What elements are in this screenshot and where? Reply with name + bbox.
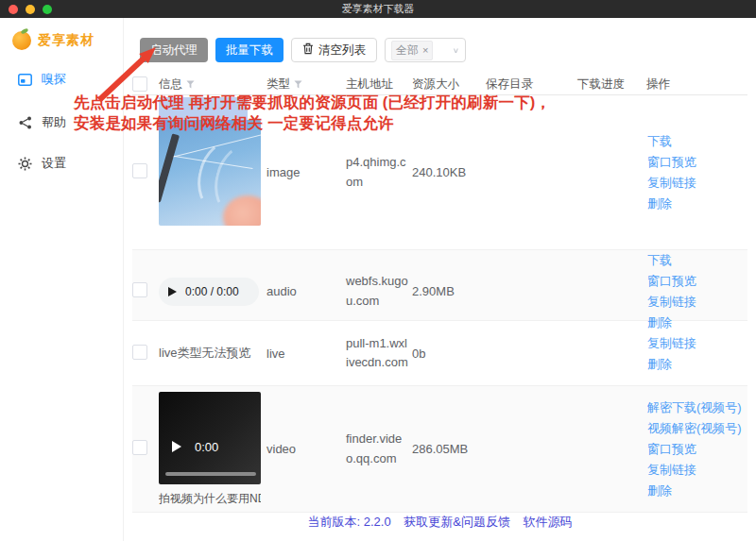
resource-table: 信息 类型 主机地址 资源大小 保存目录 下载进度 操作 (132, 74, 747, 513)
trash-icon (302, 42, 314, 58)
copy-link-link[interactable]: 复制链接 (647, 292, 747, 312)
app-brand: 爱享素材 (12, 31, 94, 50)
cell-host: webfs.kugou.com (346, 272, 412, 310)
table-row: 0:00 拍视频为什么要用ND滤 video finder.video.qq.c… (132, 386, 747, 513)
copy-link-link[interactable]: 复制链接 (647, 333, 747, 353)
cell-type: audio (266, 284, 346, 298)
type-filter-select[interactable]: 全部 × ∨ (385, 38, 466, 62)
sidebar-item-help[interactable]: 帮助 (18, 114, 66, 131)
delete-link[interactable]: 删除 (647, 481, 747, 500)
sniffer-icon (18, 73, 32, 87)
window-preview-link[interactable]: 窗口预览 (647, 152, 747, 172)
delete-link[interactable]: 删除 (647, 354, 747, 374)
cell-actions: 下载 窗口预览 复制链接 删除 (646, 250, 747, 332)
annotation-line2: 安装是如果有询问网络相关 一定要记得点允许 (74, 113, 394, 134)
footer: 当前版本: 2.2.0 获取更新&问题反馈 软件源码 (124, 514, 756, 531)
cell-actions: 复制链接 删除 (646, 333, 747, 374)
filter-funnel-icon[interactable] (294, 80, 302, 89)
cell-host: p4.qhimg.com (346, 153, 412, 191)
row-checkbox[interactable] (132, 163, 147, 178)
cell-actions: 解密下载(视频号) 视频解密(视频号) 窗口预览 复制链接 删除 (646, 397, 747, 500)
clear-list-label: 清空列表 (318, 42, 366, 59)
filter-funnel-icon[interactable] (186, 80, 195, 89)
window-preview-link[interactable]: 窗口预览 (647, 439, 747, 459)
table-row: 0:00 / 0:00 audio webfs.kugou.com 2.90MB… (132, 250, 747, 321)
share-icon (18, 116, 32, 130)
video-time: 0:00 (195, 440, 218, 454)
cell-type: live (266, 347, 346, 361)
cell-actions: 下载 窗口预览 复制链接 删除 (646, 131, 747, 213)
col-progress: 下载进度 (577, 76, 625, 93)
annotation-arrow (88, 45, 168, 104)
cell-type: image (266, 165, 346, 179)
app-brand-name: 爱享素材 (38, 32, 94, 49)
play-icon[interactable] (172, 441, 181, 452)
cell-size: 2.90MB (412, 284, 486, 298)
audio-player[interactable]: 0:00 / 0:00 (159, 278, 259, 306)
traffic-lights (9, 5, 52, 14)
copy-link-link[interactable]: 复制链接 (647, 460, 747, 480)
video-progress-bar[interactable] (165, 472, 256, 476)
cell-size: 240.10KB (412, 165, 486, 179)
gear-icon (18, 157, 32, 171)
video-player[interactable]: 0:00 (159, 392, 261, 484)
sidebar-item-sniff[interactable]: 嗅探 (18, 71, 66, 88)
col-host: 主机地址 (346, 76, 393, 93)
download-link[interactable]: 下载 (647, 131, 747, 151)
row-checkbox[interactable] (132, 440, 147, 455)
sidebar-item-label: 设置 (42, 155, 66, 172)
app-logo-icon (12, 31, 31, 50)
batch-download-button[interactable]: 批量下载 (215, 38, 284, 62)
cell-type: video (266, 442, 346, 456)
play-icon[interactable] (168, 287, 177, 296)
get-update-link[interactable]: 获取更新&问题反馈 (404, 515, 510, 529)
window-title: 爱享素材下载器 (342, 2, 415, 16)
sidebar-item-label: 嗅探 (42, 71, 66, 88)
source-code-link[interactable]: 软件源码 (524, 515, 573, 529)
zoom-window-button[interactable] (43, 5, 52, 14)
live-no-preview-text: live类型无法预览 (159, 345, 266, 362)
delete-link[interactable]: 删除 (647, 194, 747, 213)
cell-size: 286.05MB (412, 442, 486, 456)
filter-tag-label: 全部 (396, 42, 419, 59)
download-link[interactable]: 下载 (647, 250, 747, 270)
copy-link-link[interactable]: 复制链接 (647, 173, 747, 193)
decrypt-download-link[interactable]: 解密下载(视频号) (647, 397, 747, 417)
close-window-button[interactable] (9, 5, 18, 14)
toolbar: 启动代理 批量下载 清空列表 全部 × ∨ (140, 38, 466, 62)
video-caption: 拍视频为什么要用ND滤 (159, 491, 261, 507)
window-preview-link[interactable]: 窗口预览 (647, 271, 747, 291)
cell-size: 0b (412, 347, 486, 361)
minimize-window-button[interactable] (26, 5, 35, 14)
image-thumbnail (159, 120, 261, 226)
sidebar-item-label: 帮助 (42, 114, 66, 131)
audio-time: 0:00 / 0:00 (185, 285, 239, 298)
filter-tag: 全部 × (391, 41, 433, 60)
chevron-down-icon: ∨ (453, 46, 459, 55)
col-size: 资源大小 (412, 76, 459, 93)
cell-host: finder.video.qq.com (346, 430, 412, 467)
delete-link[interactable]: 删除 (647, 313, 747, 332)
col-actions: 操作 (646, 76, 670, 93)
col-save-dir: 保存目录 (486, 76, 533, 93)
app-window: 爱享素材下载器 爱享素材 嗅探 帮助 设置 启动代 (0, 0, 756, 541)
col-type: 类型 (266, 76, 290, 93)
row-checkbox[interactable] (132, 345, 147, 360)
version-text: 当前版本: 2.2.0 (307, 515, 390, 529)
video-decrypt-link[interactable]: 视频解密(视频号) (647, 418, 747, 438)
titlebar: 爱享素材下载器 (0, 0, 756, 18)
cell-host: pull-m1.wxlivecdn.com (346, 334, 412, 372)
row-checkbox[interactable] (132, 282, 147, 297)
clear-list-button[interactable]: 清空列表 (291, 38, 377, 62)
tag-close-icon[interactable]: × (422, 44, 428, 56)
sidebar-item-settings[interactable]: 设置 (18, 155, 66, 172)
